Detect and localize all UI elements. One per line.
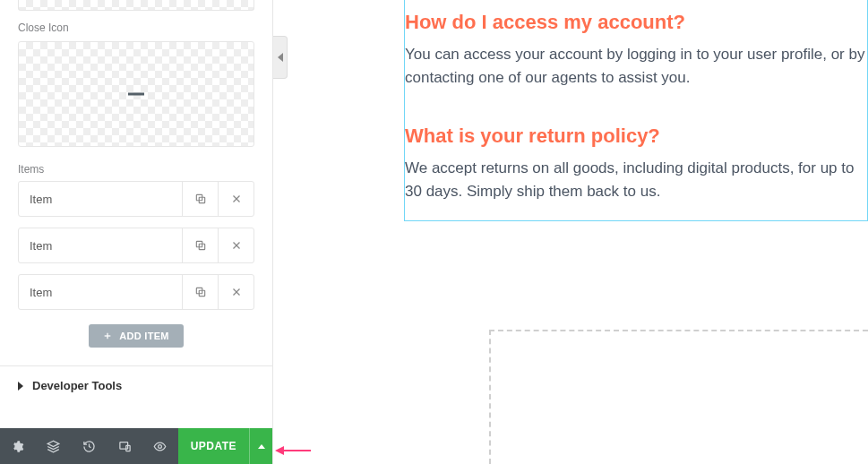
history-button[interactable] — [71, 428, 107, 464]
items-label: Items — [18, 163, 254, 176]
responsive-icon — [118, 440, 132, 453]
caret-up-icon — [258, 444, 265, 449]
duplicate-button[interactable] — [182, 182, 218, 216]
repeater-item-label: Item — [19, 228, 182, 262]
copy-icon — [194, 193, 207, 205]
repeater-item[interactable]: Item — [18, 228, 254, 263]
close-icon — [230, 286, 243, 298]
update-button[interactable]: UPDATE — [178, 428, 249, 464]
settings-button[interactable] — [0, 428, 36, 464]
responsive-button[interactable] — [107, 428, 142, 464]
duplicate-button[interactable] — [182, 275, 218, 309]
repeater-item[interactable]: Item — [18, 181, 254, 217]
items-repeater: Item Item — [18, 181, 254, 310]
history-icon — [82, 440, 96, 453]
developer-tools-section[interactable]: Developer Tools — [0, 365, 272, 405]
faq-item: What is your return policy? We accept re… — [405, 114, 867, 202]
remove-button[interactable] — [218, 275, 254, 309]
navigator-button[interactable] — [36, 428, 72, 464]
repeater-item-label: Item — [19, 275, 182, 309]
add-item-wrap: ADD ITEM — [18, 321, 254, 364]
faq-question: What is your return policy? — [405, 125, 867, 148]
empty-section-placeholder[interactable] — [489, 330, 868, 464]
update-label: UPDATE — [191, 440, 236, 452]
remove-button[interactable] — [218, 182, 254, 216]
bottom-bar: UPDATE — [0, 428, 272, 464]
close-icon — [230, 193, 243, 205]
update-options-button[interactable] — [249, 428, 272, 464]
panel-inner: Close Icon Items Item Item — [0, 0, 272, 364]
eye-icon — [153, 440, 167, 453]
chevron-left-icon — [278, 53, 283, 62]
close-icon — [230, 239, 243, 252]
copy-icon — [194, 286, 207, 298]
layers-icon — [47, 440, 60, 453]
gear-icon — [11, 440, 24, 453]
panel-gap — [0, 405, 272, 428]
duplicate-button[interactable] — [182, 228, 218, 262]
active-icon-media-preview[interactable] — [18, 0, 254, 11]
repeater-item-label: Item — [19, 182, 182, 216]
add-item-button[interactable]: ADD ITEM — [89, 324, 184, 348]
svg-point-17 — [159, 444, 162, 448]
faq-question: How do I access my account? — [405, 11, 867, 34]
close-icon-label: Close Icon — [18, 21, 254, 34]
faq-item: How do I access my account? You can acce… — [405, 0, 867, 89]
panel-scroll: Close Icon Items Item Item — [0, 0, 272, 365]
faq-widget-selected[interactable]: How do I access my account? You can acce… — [404, 0, 868, 221]
editor-sidebar: Close Icon Items Item Item — [0, 0, 273, 464]
copy-icon — [194, 239, 207, 252]
faq-answer: You can access your account by logging i… — [405, 43, 867, 89]
faq-answer: We accept returns on all goods, includin… — [405, 157, 867, 202]
close-icon-media-preview[interactable] — [18, 41, 254, 147]
developer-tools-label: Developer Tools — [32, 379, 122, 392]
caret-right-icon — [18, 382, 23, 391]
plus-icon — [103, 331, 112, 340]
repeater-item[interactable]: Item — [18, 274, 254, 310]
minus-icon — [128, 93, 144, 96]
collapse-sidebar-handle[interactable] — [273, 36, 288, 79]
remove-button[interactable] — [218, 228, 254, 262]
annotation-arrow — [275, 444, 311, 457]
svg-marker-14 — [47, 441, 59, 446]
svg-marker-19 — [275, 446, 284, 455]
preview-canvas: How do I access my account? You can acce… — [288, 0, 868, 464]
preview-button[interactable] — [142, 428, 178, 464]
add-item-label: ADD ITEM — [119, 331, 169, 341]
